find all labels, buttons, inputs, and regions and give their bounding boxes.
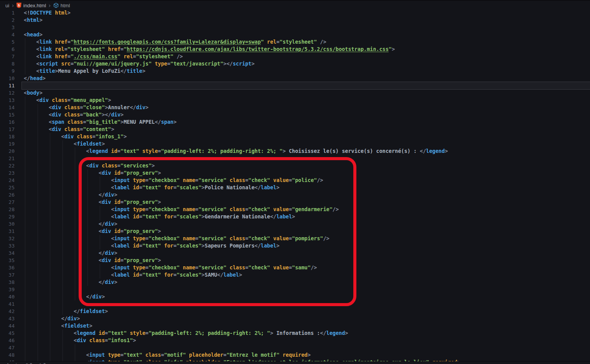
line-number[interactable]: 4 xyxy=(0,31,15,38)
code-line[interactable]: 41 xyxy=(0,300,590,308)
code-line[interactable]: 37<label id="text" for="scales">SAMU</la… xyxy=(0,271,590,279)
status-bar[interactable]: ⎇ main ⊗ 0 ⚠ 0 xyxy=(0,361,590,364)
errors-count[interactable]: ⊗ 0 xyxy=(25,362,32,364)
code-line[interactable]: 44<fieldset> xyxy=(0,322,590,330)
code-line[interactable]: 46<div class="infos1"> xyxy=(0,337,590,344)
warnings-count[interactable]: ⚠ 0 xyxy=(38,362,46,364)
line-number[interactable]: 25 xyxy=(0,184,15,191)
line-number[interactable]: 42 xyxy=(0,308,15,315)
code-line[interactable]: 29<label id="text" for="scales">Gendarme… xyxy=(0,213,590,220)
line-number[interactable]: 41 xyxy=(0,300,15,308)
code-line[interactable]: 1<!DOCTYPE html> xyxy=(0,9,590,16)
code-line[interactable]: 12<body> xyxy=(0,89,590,97)
code-line[interactable]: 14<div class="close">Annuler</div> xyxy=(0,104,590,111)
code-line[interactable]: 21 xyxy=(0,155,590,162)
code-line[interactable]: 38</div> xyxy=(0,279,590,286)
code-line[interactable]: 24<input type="checkbox" name="service" … xyxy=(0,177,590,184)
code-line[interactable]: 11 xyxy=(0,82,590,89)
code-line[interactable]: 26</div> xyxy=(0,191,590,198)
line-number[interactable]: 19 xyxy=(0,140,15,148)
line-number[interactable]: 31 xyxy=(0,228,15,235)
line-number[interactable]: 26 xyxy=(0,191,15,198)
line-number[interactable]: 48 xyxy=(0,351,15,359)
code-line[interactable]: 40</div> xyxy=(0,293,590,300)
line-number[interactable]: 35 xyxy=(0,257,15,264)
line-number[interactable]: 27 xyxy=(0,198,15,206)
line-number[interactable]: 28 xyxy=(0,206,15,213)
git-branch-icon[interactable]: ⎇ main xyxy=(4,362,19,364)
code-line[interactable]: 42</fieldset> xyxy=(0,308,590,315)
code-line[interactable]: 48<input type="text" class="motif" place… xyxy=(0,351,590,359)
line-number[interactable]: 36 xyxy=(0,264,15,271)
code-line[interactable]: 4<head> xyxy=(0,31,590,38)
line-number[interactable]: 22 xyxy=(0,162,15,169)
line-number[interactable]: 46 xyxy=(0,337,15,344)
code-line[interactable]: 45<legend id="text" style="padding-left:… xyxy=(0,330,590,337)
line-number[interactable]: 6 xyxy=(0,46,15,53)
code-line[interactable]: 31<div id="prop_serv"> xyxy=(0,228,590,235)
code-line[interactable]: 7<link href="./css/main.css" rel="styles… xyxy=(0,53,590,60)
code-editor[interactable]: 1<!DOCTYPE html>2<html>34<head>5<link hr… xyxy=(0,0,590,364)
line-number[interactable]: 47 xyxy=(0,344,15,351)
breadcrumb-item-folder[interactable]: ui xyxy=(5,3,9,8)
line-number[interactable]: 32 xyxy=(0,235,15,242)
code-line[interactable]: 6<link rel="stylesheet" href="https://cd… xyxy=(0,46,590,53)
code-line[interactable]: 32<input type="checkbox" name="service" … xyxy=(0,235,590,242)
code-line[interactable]: 25<label id="text" for="scales">Police N… xyxy=(0,184,590,191)
breadcrumb-item-symbol[interactable]: html xyxy=(53,3,70,8)
code-line[interactable]: 5<link href="https://fonts.googleapis.co… xyxy=(0,38,590,46)
line-number[interactable]: 38 xyxy=(0,279,15,286)
code-line[interactable]: 36<input type="checkbox" name="service" … xyxy=(0,264,590,271)
code-line[interactable]: 8<script src="nui://game/ui/jquery.js" t… xyxy=(0,60,590,67)
line-number[interactable]: 5 xyxy=(0,38,15,46)
line-number[interactable]: 17 xyxy=(0,126,15,133)
code-line[interactable]: 33<label id="text" for="scales">Sapeurs … xyxy=(0,242,590,249)
code-line[interactable]: 17<div class="content"> xyxy=(0,126,590,133)
code-line[interactable]: 10</head> xyxy=(0,75,590,82)
line-number[interactable]: 44 xyxy=(0,322,15,330)
code-line[interactable]: 23<div id="prop_serv"> xyxy=(0,169,590,177)
line-number[interactable]: 8 xyxy=(0,60,15,67)
code-line[interactable]: 13<div class="menu_appel"> xyxy=(0,97,590,104)
code-line[interactable]: 3 xyxy=(0,24,590,31)
code-line[interactable]: 27<div id="prop_serv"> xyxy=(0,198,590,206)
code-line[interactable]: 15<div class="back"></div> xyxy=(0,111,590,118)
code-line[interactable]: 18<div class="infos_1"> xyxy=(0,133,590,140)
code-line[interactable]: 9<title>Menu Appel by LoFuZi</title> xyxy=(0,67,590,75)
line-number[interactable]: 37 xyxy=(0,271,15,279)
line-number[interactable]: 29 xyxy=(0,213,15,220)
code-line[interactable]: 19<fieldset> xyxy=(0,140,590,148)
line-number[interactable]: 10 xyxy=(0,75,15,82)
line-number[interactable]: 14 xyxy=(0,104,15,111)
code-line[interactable]: 16<span class="big_title">MENU APPEL</sp… xyxy=(0,118,590,126)
line-number[interactable]: 21 xyxy=(0,155,15,162)
code-line[interactable]: 35<div id="prop_serv"> xyxy=(0,257,590,264)
code-line[interactable]: 39 xyxy=(0,286,590,293)
line-number[interactable]: 18 xyxy=(0,133,15,140)
line-number[interactable]: 7 xyxy=(0,53,15,60)
line-number[interactable]: 40 xyxy=(0,293,15,300)
line-number[interactable]: 24 xyxy=(0,177,15,184)
line-number[interactable]: 23 xyxy=(0,169,15,177)
line-number[interactable]: 16 xyxy=(0,118,15,126)
line-number[interactable]: 12 xyxy=(0,89,15,97)
line-number[interactable]: 43 xyxy=(0,315,15,322)
code-line[interactable]: 43</div> xyxy=(0,315,590,322)
line-number[interactable]: 39 xyxy=(0,286,15,293)
line-number[interactable]: 11 xyxy=(0,82,15,89)
line-number[interactable]: 15 xyxy=(0,111,15,118)
line-number[interactable]: 30 xyxy=(0,220,15,228)
line-number[interactable]: 33 xyxy=(0,242,15,249)
code-line[interactable]: 47 xyxy=(0,344,590,351)
line-number[interactable]: 9 xyxy=(0,67,15,75)
line-number[interactable]: 13 xyxy=(0,97,15,104)
line-number[interactable]: 1 xyxy=(0,9,15,16)
line-number[interactable]: 2 xyxy=(0,16,15,24)
code-line[interactable]: 34</div> xyxy=(0,249,590,257)
code-line[interactable]: 20<legend id="text" style="padding-left:… xyxy=(0,148,590,155)
line-number[interactable]: 34 xyxy=(0,249,15,257)
line-number[interactable]: 3 xyxy=(0,24,15,31)
code-line[interactable]: 22<div class="services"> xyxy=(0,162,590,169)
breadcrumb-item-file[interactable]: 5 index.html xyxy=(16,3,46,8)
code-line[interactable]: 2<html> xyxy=(0,16,590,24)
